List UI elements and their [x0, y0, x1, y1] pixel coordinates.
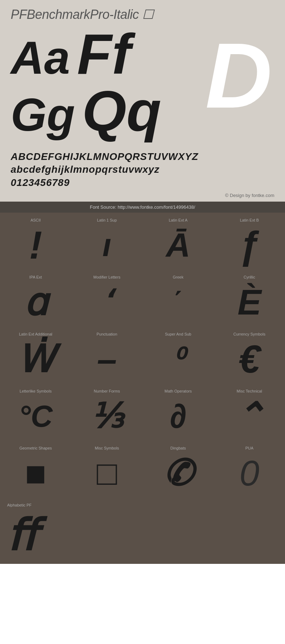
- letter-gg: Gg: [11, 92, 75, 138]
- glyph-label-misctech: Misc Technical: [217, 389, 281, 393]
- glyph-char-mathops: ∂: [170, 395, 187, 437]
- preview-area: Aa Ff Gg Qq D: [11, 26, 274, 140]
- glyph-cell-currency: Currency Symbols €: [214, 327, 285, 384]
- lowercase-alphabet: abcdefghijklmnopqrstuvwxyz: [11, 163, 274, 176]
- glyph-label-modletters: Modifier Letters: [75, 275, 139, 279]
- glyph-char-latinextb: ƒ: [238, 224, 260, 266]
- glyph-cell-modletters: Modifier Letters ʻ: [71, 270, 142, 327]
- glyph-label-numberforms: Number Forms: [75, 389, 139, 393]
- glyph-label-greek: Greek: [146, 275, 210, 279]
- glyph-label-cyrillic: Cyrillic: [217, 275, 281, 279]
- glyph-cell-latinextb: Latin Ext B ƒ: [214, 213, 285, 270]
- letter-qq: Qq: [82, 83, 161, 140]
- glyph-label-ipaext: IPA Ext: [4, 275, 68, 279]
- glyph-cell-miscsymbols: Misc Symbols □: [71, 441, 142, 498]
- glyph-cell-latinextadd: Latin Ext Additional Ẇ: [0, 327, 71, 384]
- bottom-label: Alphabetic PF: [7, 503, 281, 507]
- glyph-char-ipaext: ɑ: [24, 281, 48, 323]
- glyph-char-pua: 0: [239, 452, 259, 494]
- glyph-cell-geoshapes: Geometric Shapes ■: [0, 441, 71, 498]
- glyph-label-miscsymbols: Misc Symbols: [75, 446, 139, 450]
- glyph-cell-superandsub: Super And Sub ⁰: [142, 327, 214, 384]
- glyph-label-latinextb: Latin Ext B: [217, 218, 281, 222]
- glyph-char-dingbats: ✆: [163, 452, 193, 494]
- glyph-cell-misctech: Misc Technical ⌃: [214, 384, 285, 441]
- glyph-cell-letterlike: Letterlike Symbols °C: [0, 384, 71, 441]
- bottom-char: ﬀ: [7, 511, 281, 560]
- glyph-label-ascii: ASCII: [4, 218, 68, 222]
- digits: 0123456789: [11, 176, 274, 189]
- glyph-cell-cyrillic: Cyrillic È: [214, 270, 285, 327]
- glyph-char-latinextadd: Ẇ: [17, 338, 54, 380]
- source-text: Font Source: http://www.fontke.com/font/…: [90, 204, 195, 210]
- glyph-label-latinextadd: Latin Ext Additional: [4, 332, 68, 336]
- letter-aa: Aa: [11, 35, 70, 81]
- glyph-label-dingbats: Dingbats: [146, 446, 210, 450]
- glyph-char-superandsub: ⁰: [172, 338, 184, 380]
- glyph-label-letterlike: Letterlike Symbols: [4, 389, 68, 393]
- glyph-cell-dingbats: Dingbats ✆: [142, 441, 214, 498]
- glyph-grid: ASCII ! Latin 1 Sup ı Latin Ext A Ā Lati…: [0, 213, 285, 498]
- glyph-cell-pua: PUA 0: [214, 441, 285, 498]
- letter-ff: Ff: [77, 26, 131, 83]
- glyph-char-currency: €: [238, 338, 260, 380]
- glyph-char-greek: ΄: [173, 281, 183, 323]
- glyph-label-latinexta: Latin Ext A: [146, 218, 210, 222]
- glyph-cell-ipaext: IPA Ext ɑ: [0, 270, 71, 327]
- glyph-label-mathops: Math Operators: [146, 389, 210, 393]
- glyph-label-geoshapes: Geometric Shapes: [4, 446, 68, 450]
- glyph-char-modletters: ʻ: [102, 281, 112, 323]
- glyph-cell-greek: Greek ΄: [142, 270, 214, 327]
- source-bar: Font Source: http://www.fontke.com/font/…: [0, 202, 285, 213]
- glyph-char-cyrillic: È: [238, 281, 261, 323]
- font-title: PFBenchmarkPro-Italic ☐: [11, 7, 274, 22]
- glyph-cell-latin1sup: Latin 1 Sup ı: [71, 213, 142, 270]
- glyph-char-letterlike: °C: [19, 395, 52, 437]
- glyph-label-latin1sup: Latin 1 Sup: [75, 218, 139, 222]
- d-letter-container: D: [203, 26, 274, 125]
- glyph-label-currency: Currency Symbols: [217, 332, 281, 336]
- glyph-cell-latinexta: Latin Ext A Ā: [142, 213, 214, 270]
- glyph-cell-punctuation: Punctuation –: [71, 327, 142, 384]
- glyph-label-superandsub: Super And Sub: [146, 332, 210, 336]
- glyph-label-pua: PUA: [217, 446, 281, 450]
- big-d-letter: D: [205, 29, 272, 122]
- letter-pairs: Aa Ff Gg Qq: [11, 26, 203, 140]
- glyph-char-punctuation: –: [97, 338, 117, 380]
- glyph-char-ascii: !: [29, 224, 42, 266]
- glyph-grid-section: ASCII ! Latin 1 Sup ı Latin Ext A Ā Lati…: [0, 213, 285, 564]
- alphabet-section: ABCDEFGHIJKLMNOPQRSTUVWXYZ abcdefghijklm…: [0, 143, 285, 191]
- glyph-cell-ascii: ASCII !: [0, 213, 71, 270]
- bottom-alphabetic-cell: Alphabetic PF ﬀ: [0, 498, 285, 564]
- letter-row-2: Gg Qq: [11, 83, 203, 140]
- glyph-char-latin1sup: ı: [102, 224, 111, 266]
- glyph-char-numberforms: ⅓: [90, 395, 123, 437]
- glyph-cell-mathops: Math Operators ∂: [142, 384, 214, 441]
- credit-line: © Design by fontke.com: [0, 191, 285, 202]
- letter-row-1: Aa Ff: [11, 26, 203, 83]
- credit-text: © Design by fontke.com: [225, 193, 274, 198]
- glyph-cell-numberforms: Number Forms ⅓: [71, 384, 142, 441]
- glyph-char-geoshapes: ■: [25, 452, 46, 494]
- glyph-char-latinexta: Ā: [166, 224, 191, 266]
- glyph-char-misctech: ⌃: [234, 395, 264, 437]
- glyph-char-miscsymbols: □: [97, 452, 117, 494]
- uppercase-alphabet: ABCDEFGHIJKLMNOPQRSTUVWXYZ: [11, 150, 274, 163]
- glyph-label-punctuation: Punctuation: [75, 332, 139, 336]
- font-header: PFBenchmarkPro-Italic ☐ Aa Ff Gg Qq D: [0, 0, 285, 143]
